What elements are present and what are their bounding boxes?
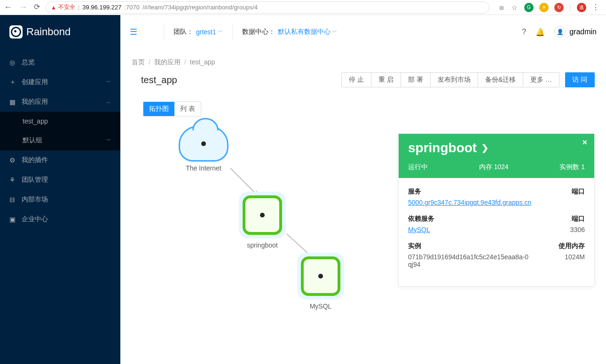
logo-text: Rainbond (26, 26, 71, 38)
more-button[interactable]: 更多 … (523, 72, 559, 87)
visit-button[interactable]: 访 问 (565, 72, 595, 87)
breadcrumb-current: test_app (190, 58, 215, 67)
dc-dropdown[interactable]: 默认私有数据中心 ﹀ (278, 28, 337, 36)
market-icon: ⊟ (9, 196, 17, 203)
deploy-button[interactable]: 部 署 (401, 72, 431, 87)
hexagon-icon (243, 195, 282, 235)
backup-button[interactable]: 备份&迁移 (478, 72, 523, 87)
overview-icon: ◎ (9, 59, 17, 66)
detail-panel: ✕ springboot ❯ 运行中 内存 1024 实例数 1 服务 (398, 133, 595, 287)
sidebar-item-overview[interactable]: ◎ 总览 (0, 53, 120, 72)
apps-icon: ▦ (9, 98, 17, 106)
status-badge: 运行中 (408, 163, 428, 171)
panel-title[interactable]: springboot ❯ (408, 140, 585, 155)
tab-topology[interactable]: 拓扑图 (143, 102, 174, 116)
profile-icon[interactable]: 逃 (577, 3, 586, 12)
topbar: ☰ 团队： grtest1 ﹀ 数据中心： 默认私有数据中心 ﹀ ? 🔔 👤 g… (120, 15, 606, 49)
page-title: test_app (132, 75, 177, 85)
dependency-label: 依赖服务 (408, 215, 434, 223)
tab-list[interactable]: 列 表 (174, 102, 201, 116)
plugins-icon: ⚙ (9, 156, 17, 164)
warning-icon: ▲ (51, 4, 56, 11)
help-icon[interactable]: ? (522, 28, 526, 36)
service-label: 服务 (408, 187, 421, 196)
sidebar-item-my-apps[interactable]: ▦ 我的应用 ︿ (0, 92, 120, 112)
chevron-down-icon: ﹀ (106, 79, 111, 85)
node-internet[interactable]: The Internet (179, 126, 228, 172)
memory-stat: 内存 1024 (479, 163, 509, 171)
page-header: test_app 停 止 重 启 部 署 发布到市场 备份&迁移 更多 … 访 … (132, 72, 595, 87)
back-icon[interactable]: ← (4, 2, 12, 12)
extension-orange-icon[interactable]: ✕ (539, 3, 549, 12)
sidebar-label-overview: 总览 (22, 58, 35, 67)
node-dot (201, 141, 206, 146)
sidebar-item-enterprise[interactable]: ▣ 企业中心 (0, 209, 120, 229)
logo[interactable]: Rainbond (0, 15, 120, 49)
breadcrumb-home[interactable]: 首页 (132, 58, 145, 67)
content: 首页 / 我的应用 / test_app test_app 停 止 重 启 部 … (120, 49, 606, 364)
close-icon[interactable]: ✕ (582, 139, 588, 146)
breadcrumb-myapps[interactable]: 我的应用 (154, 58, 181, 67)
breadcrumb-sep: / (149, 58, 150, 67)
enterprise-icon: ▣ (9, 216, 17, 223)
user-menu[interactable]: 👤 gradmin (554, 26, 597, 38)
node-dot (318, 274, 323, 279)
collapse-sidebar-icon[interactable]: ☰ (130, 27, 137, 37)
breadcrumb-sep: / (184, 58, 186, 67)
browser-chrome: ← → ⟳ ▲ 不安全 | 39.96.199.227:7070/#/team/… (0, 0, 606, 15)
team-dropdown[interactable]: grtest1 ﹀ (196, 28, 223, 36)
sidebar-label-team: 团队管理 (22, 176, 48, 184)
extension-green-icon[interactable]: G (524, 3, 534, 12)
instance-id: 071b79d191694d16a1fc5c24e15eaa8a-0qj94 (408, 253, 530, 268)
breadcrumb: 首页 / 我的应用 / test_app (132, 58, 595, 67)
star-icon[interactable]: ☆ (511, 4, 519, 11)
publish-button[interactable]: 发布到市场 (431, 72, 478, 87)
port-label: 端口 (572, 215, 585, 223)
sidebar-label-default: 默认组 (23, 136, 42, 145)
stop-button[interactable]: 停 止 (341, 72, 371, 87)
plus-icon: ＋ (9, 78, 17, 86)
node-label: springboot (247, 241, 277, 249)
dependency-port: 3306 (570, 226, 585, 233)
sidebar-item-create-app[interactable]: ＋ 创建应用 ﹀ (0, 72, 120, 92)
instance-label: 实例 (408, 242, 421, 250)
sidebar-menu: ◎ 总览 ＋ 创建应用 ﹀ ▦ 我的应用 ︿ test_app 默认组 ﹀ ⚙ (0, 49, 120, 364)
service-url-link[interactable]: 5000.gr9c347c.734ipgqt.9e43fd.grapps.cn (408, 199, 531, 206)
url-port: :7070 (124, 4, 140, 11)
node-mysql[interactable]: MySQL (297, 253, 344, 310)
sidebar-item-plugins[interactable]: ⚙ 我的插件 (0, 150, 120, 170)
logo-icon (9, 25, 23, 39)
team-value: grtest1 (196, 28, 216, 36)
mem-usage-value: 1024M (565, 253, 585, 268)
divider (164, 23, 164, 40)
chevron-up-icon: ︿ (106, 99, 111, 105)
dc-value: 默认私有数据中心 (278, 28, 331, 36)
sidebar-item-default-group[interactable]: 默认组 ﹀ (0, 131, 120, 150)
chevron-right-icon: ❯ (481, 143, 488, 153)
node-label: MySQL (310, 302, 332, 310)
translate-icon[interactable]: ⦻ (498, 4, 505, 11)
reload-icon[interactable]: ⟳ (34, 2, 40, 12)
sidebar-item-market[interactable]: ⊟ 内部市场 (0, 190, 120, 209)
instance-stat: 实例数 1 (559, 163, 585, 171)
bell-icon[interactable]: 🔔 (535, 28, 545, 37)
url-host: 39.96.199.227 (82, 4, 121, 11)
dc-label: 数据中心： (242, 28, 275, 36)
sidebar-label-enterprise: 企业中心 (22, 215, 48, 224)
extension-red-icon[interactable]: ↻ (554, 3, 564, 12)
sidebar-label-testapp: test_app (23, 117, 48, 125)
username: gradmin (569, 28, 597, 36)
forward-icon: → (19, 2, 27, 12)
dependency-link[interactable]: MySQL (408, 226, 430, 233)
restart-button[interactable]: 重 启 (371, 72, 401, 87)
url-bar[interactable]: ▲ 不安全 | 39.96.199.227:7070/#/team/734ipg… (46, 1, 489, 14)
panel-header: ✕ springboot ❯ 运行中 内存 1024 实例数 1 (399, 134, 594, 178)
chevron-down-icon: ﹀ (332, 29, 337, 35)
chrome-menu-icon[interactable]: ⋮ (592, 3, 599, 12)
url-divider: | (78, 4, 79, 11)
node-springboot[interactable]: springboot (239, 192, 286, 249)
sidebar-item-testapp[interactable]: test_app (0, 112, 120, 131)
hexagon-icon (301, 256, 340, 296)
sidebar-item-team[interactable]: ⚘ 团队管理 (0, 170, 120, 190)
node-dot (260, 213, 265, 217)
